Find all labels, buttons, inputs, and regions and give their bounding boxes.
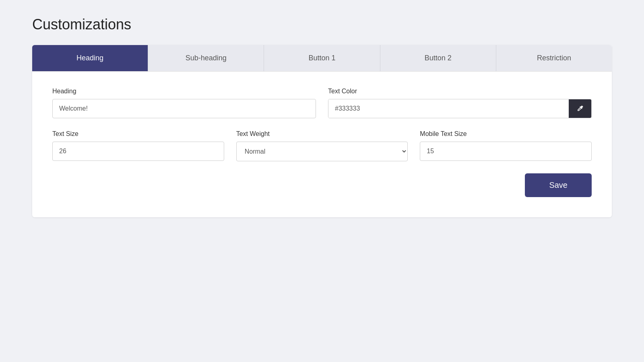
text-weight-label: Text Weight	[236, 130, 408, 138]
save-row: Save	[52, 173, 592, 197]
customizations-card: Heading Sub-heading Button 1 Button 2 Re…	[32, 45, 612, 217]
text-color-label: Text Color	[328, 88, 592, 95]
text-size-group: Text Size	[52, 130, 224, 161]
tab-heading[interactable]: Heading	[32, 45, 148, 71]
text-weight-select[interactable]: Normal Bold Light Medium	[236, 142, 408, 161]
mobile-text-size-input[interactable]	[420, 142, 592, 161]
mobile-text-size-group: Mobile Text Size	[420, 130, 592, 161]
page-title: Customizations	[32, 16, 612, 33]
text-weight-group: Text Weight Normal Bold Light Medium	[236, 130, 408, 161]
tab-button1[interactable]: Button 1	[264, 45, 380, 71]
color-picker-button[interactable]	[569, 99, 591, 118]
form-row-1: Heading Text Color	[52, 88, 592, 118]
tab-button2[interactable]: Button 2	[380, 45, 496, 71]
heading-label: Heading	[52, 88, 316, 95]
save-button[interactable]: Save	[525, 173, 592, 197]
form-area: Heading Text Color Text Size	[32, 72, 612, 217]
tab-restriction[interactable]: Restriction	[496, 45, 612, 71]
eyedropper-icon	[576, 105, 584, 113]
text-color-input[interactable]	[328, 99, 569, 118]
mobile-text-size-label: Mobile Text Size	[420, 130, 592, 138]
text-color-group: Text Color	[328, 88, 592, 118]
text-size-label: Text Size	[52, 130, 224, 138]
form-row-2: Text Size Text Weight Normal Bold Light …	[52, 130, 592, 161]
tabs-bar: Heading Sub-heading Button 1 Button 2 Re…	[32, 45, 612, 72]
heading-group: Heading	[52, 88, 316, 118]
tab-sub-heading[interactable]: Sub-heading	[148, 45, 264, 71]
heading-input[interactable]	[52, 99, 316, 118]
color-input-wrapper	[328, 99, 592, 118]
text-size-input[interactable]	[52, 142, 224, 161]
